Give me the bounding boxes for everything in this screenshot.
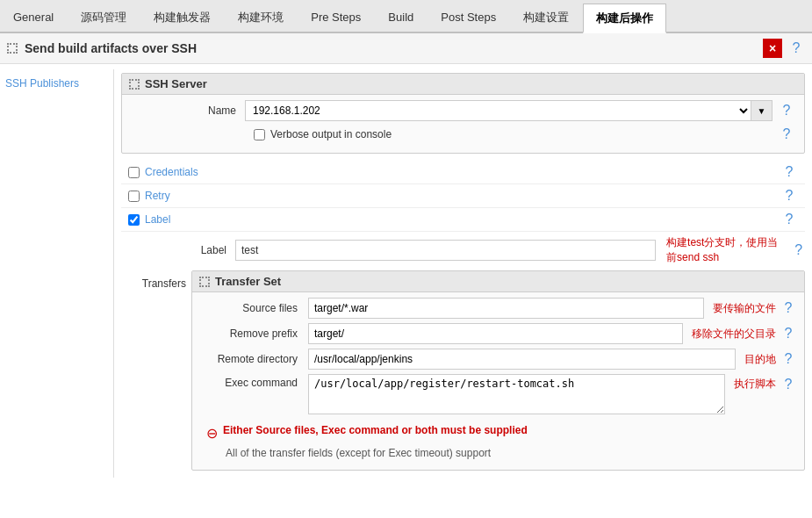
remove-prefix-comment: 移除文件的父目录 <box>692 327 776 342</box>
close-button[interactable]: × <box>763 39 782 58</box>
transfers-label-col: Transfers <box>121 270 191 474</box>
retry-checkbox[interactable] <box>128 191 140 202</box>
retry-help-icon[interactable]: ? <box>780 188 798 204</box>
transfer-set: Transfer Set Source files 要传输的文件 ? <box>191 270 805 471</box>
body-area: SSH Publishers SSH Server Name <box>0 64 812 483</box>
transfers-area: Transfers Transfer Set Source files <box>121 270 805 474</box>
retry-row: Retry ? <box>121 184 805 208</box>
ssh-server-body: Name 192.168.1.202 ▼ ? <box>122 95 804 153</box>
tab-general[interactable]: General <box>0 2 67 32</box>
source-files-comment: 要传输的文件 <box>713 301 776 316</box>
label-field-help-icon[interactable]: ? <box>792 242 805 258</box>
remote-dir-comment: 目的地 <box>744 352 776 367</box>
main-content: Send build artifacts over SSH × ? SSH Pu… <box>0 33 812 518</box>
label-checkbox[interactable] <box>128 214 140 226</box>
transfer-set-body: Source files 要传输的文件 ? Remove prefix 移除文件… <box>192 292 804 470</box>
name-select[interactable]: 192.168.1.202 <box>245 100 751 121</box>
help-icon[interactable]: ? <box>787 40 805 56</box>
verbose-checkbox[interactable] <box>254 129 265 140</box>
remote-dir-input[interactable] <box>308 349 736 370</box>
name-select-wrapper: 192.168.1.202 ▼ <box>245 100 772 121</box>
tab-build-env[interactable]: 构建环境 <box>225 2 297 32</box>
ssh-server-title: SSH Server <box>145 77 207 90</box>
credentials-help-icon[interactable]: ? <box>780 164 798 180</box>
transfers-content: Transfer Set Source files 要传输的文件 ? <box>191 270 805 474</box>
dotted-icon <box>7 43 18 54</box>
header-right: × ? <box>763 39 805 58</box>
label-field-control: 构建test分支时，使用当前send ssh? <box>235 235 805 265</box>
tab-source-mgmt[interactable]: 源码管理 <box>68 2 140 32</box>
source-files-input[interactable] <box>308 298 704 319</box>
exec-cmd-row: Exec command 执行脚本 ? <box>199 374 797 414</box>
remove-prefix-row: Remove prefix 移除文件的父目录 ? <box>199 323 797 344</box>
right-content: SSH Server Name 192.168.1.202 ▼ <box>114 69 812 478</box>
remote-dir-label: Remote directory <box>199 353 305 365</box>
exec-cmd-input[interactable] <box>308 374 725 414</box>
label-section-label[interactable]: Label <box>145 213 170 226</box>
tab-post-steps[interactable]: Post Steps <box>428 2 509 32</box>
name-help-icon[interactable]: ? <box>778 103 795 119</box>
retry-label[interactable]: Retry <box>145 190 170 202</box>
ssh-server-section: SSH Server Name 192.168.1.202 ▼ <box>121 73 805 154</box>
remote-dir-row: Remote directory 目的地 ? <box>199 349 797 370</box>
label-field-row: Label 构建test分支时，使用当前send ssh? <box>121 235 805 265</box>
label-section-help-icon[interactable]: ? <box>780 212 798 227</box>
error-text: Either Source files, Exec command or bot… <box>223 424 528 436</box>
error-box: ⊖ Either Source files, Exec command or b… <box>199 419 797 447</box>
verbose-label: Verbose output in console <box>270 128 392 140</box>
transfer-set-dotted-icon <box>199 277 210 287</box>
transfer-set-header: Transfer Set <box>192 271 804 292</box>
label-section-row: Label ? <box>121 208 805 232</box>
name-row: Name 192.168.1.202 ▼ ? <box>131 100 795 121</box>
left-sidebar: SSH Publishers <box>0 69 114 478</box>
credentials-checkbox[interactable] <box>128 167 140 178</box>
credentials-label[interactable]: Credentials <box>145 166 198 178</box>
credentials-row: Credentials ? <box>121 161 805 184</box>
error-icon: ⊖ <box>206 425 218 442</box>
verbose-row: Verbose output in console ? <box>131 126 795 142</box>
ssh-server-dotted-icon <box>129 79 140 90</box>
source-files-row: Source files 要传输的文件 ? <box>199 298 797 319</box>
remove-prefix-help-icon[interactable]: ? <box>780 326 797 342</box>
tab-pre-steps[interactable]: Pre Steps <box>298 2 374 32</box>
section-title-area: Send build artifacts over SSH <box>7 41 197 55</box>
tab-build[interactable]: Build <box>375 2 427 32</box>
ssh-publishers-label[interactable]: SSH Publishers <box>5 77 79 90</box>
tab-build-trigger[interactable]: 构建触发器 <box>140 2 224 32</box>
name-label: Name <box>131 104 245 117</box>
section-header: Send build artifacts over SSH × ? <box>0 33 812 64</box>
label-input[interactable] <box>235 240 656 261</box>
name-control: 192.168.1.202 ▼ ? <box>245 100 795 121</box>
info-text: All of the transfer fields (except for E… <box>199 447 797 464</box>
verbose-help-icon[interactable]: ? <box>778 126 795 142</box>
remove-prefix-label: Remove prefix <box>199 327 305 340</box>
transfer-set-title: Transfer Set <box>215 275 281 288</box>
transfers-label: Transfers <box>142 277 186 290</box>
remote-dir-help-icon[interactable]: ? <box>780 351 797 367</box>
source-files-label: Source files <box>199 302 305 314</box>
dropdown-arrow-icon[interactable]: ▼ <box>751 100 772 121</box>
remove-prefix-input[interactable] <box>308 323 683 344</box>
label-field-comment: 构建test分支时，使用当前send ssh <box>666 235 787 265</box>
exec-cmd-comment: 执行脚本 <box>734 374 776 392</box>
tab-bar: General 源码管理 构建触发器 构建环境 Pre Steps Build … <box>0 0 812 33</box>
source-files-help-icon[interactable]: ? <box>780 300 797 316</box>
tab-build-settings[interactable]: 构建设置 <box>510 2 582 32</box>
section-title: Send build artifacts over SSH <box>25 41 197 55</box>
exec-cmd-label: Exec command <box>199 374 305 389</box>
ssh-server-header: SSH Server <box>122 74 804 95</box>
label-field-label: Label <box>121 244 235 256</box>
tab-post-build[interactable]: 构建后操作 <box>583 4 666 33</box>
exec-cmd-help-icon[interactable]: ? <box>780 374 797 392</box>
